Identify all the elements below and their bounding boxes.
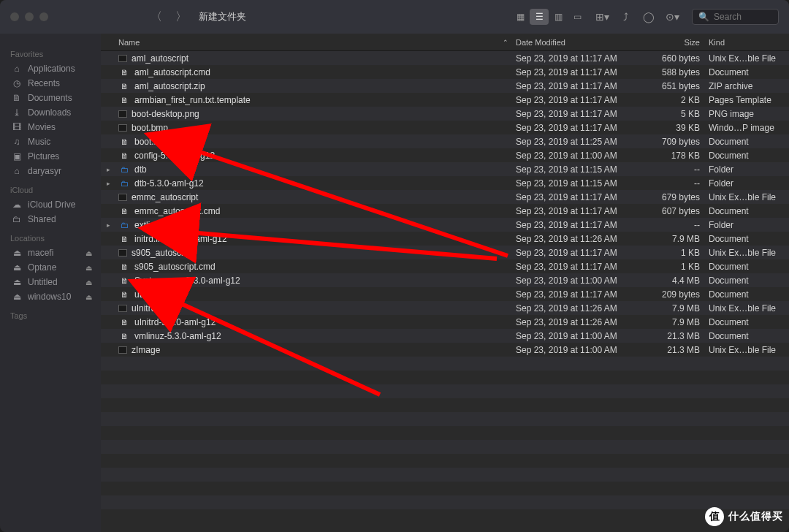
disclosure-icon[interactable]: ▸ bbox=[107, 180, 110, 187]
sidebar-item-downloads[interactable]: ⤓Downloads bbox=[9, 105, 101, 120]
fullscreen-dot[interactable] bbox=[39, 12, 48, 21]
file-row[interactable]: 🗎vmlinuz-5.3.0-aml-g12Sep 23, 2019 at 11… bbox=[101, 329, 789, 343]
file-date: Sep 23, 2019 at 11:17 AM bbox=[516, 220, 646, 230]
file-date: Sep 23, 2019 at 11:17 AM bbox=[516, 206, 646, 216]
sidebar-item-untitled[interactable]: ⏏Untitled⏏ bbox=[9, 275, 101, 289]
file-name: s905_autoscript.cmd bbox=[134, 262, 516, 272]
folder-icon: 🗀 bbox=[118, 221, 130, 229]
sidebar-item-movies[interactable]: 🎞Movies bbox=[9, 120, 101, 134]
file-kind: Document bbox=[709, 331, 789, 341]
file-date: Sep 23, 2019 at 11:00 AM bbox=[516, 276, 646, 286]
window-title: 新建文件夹 bbox=[199, 10, 246, 23]
file-row[interactable]: uInitrdSep 23, 2019 at 11:26 AM7.9 MBUni… bbox=[101, 301, 789, 315]
view-columns[interactable]: ▥ bbox=[549, 9, 568, 25]
forward-button[interactable]: 〉 bbox=[175, 10, 187, 25]
file-date: Sep 23, 2019 at 11:17 AM bbox=[516, 109, 646, 119]
sidebar-item-windows10[interactable]: ⏏windows10⏏ bbox=[9, 289, 101, 304]
file-row[interactable]: 🗎uEnv.iniSep 23, 2019 at 11:17 AM209 byt… bbox=[101, 287, 789, 301]
view-list[interactable]: ☰ bbox=[530, 9, 549, 25]
sidebar-item-optane[interactable]: ⏏Optane⏏ bbox=[9, 260, 101, 275]
col-name[interactable]: Name⌃ bbox=[118, 38, 516, 47]
file-size: 178 KB bbox=[646, 151, 709, 161]
file-size: 4.4 MB bbox=[646, 276, 709, 286]
watermark-badge: 值 bbox=[705, 507, 724, 526]
eject-icon[interactable]: ⏏ bbox=[85, 293, 92, 301]
empty-row bbox=[101, 370, 789, 384]
eject-icon[interactable]: ⏏ bbox=[85, 278, 92, 286]
sidebar-item-recents[interactable]: ◷Recents bbox=[9, 76, 101, 91]
sidebar-item-icloud-drive[interactable]: ☁iCloud Drive bbox=[9, 197, 101, 212]
col-size[interactable]: Size bbox=[646, 38, 709, 47]
back-button[interactable]: 〈 bbox=[150, 10, 162, 25]
file-row[interactable]: 🗎initrd.img-5.3.0-aml-g12Sep 23, 2019 at… bbox=[101, 232, 789, 246]
sidebar-icon: ☁ bbox=[12, 200, 22, 210]
file-row[interactable]: ▸🗀extlinuxSep 23, 2019 at 11:17 AM--Fold… bbox=[101, 218, 789, 232]
sidebar-item-daryasyr[interactable]: ⌂daryasyr bbox=[9, 164, 101, 178]
sidebar-item-macefi[interactable]: ⏏macefi⏏ bbox=[9, 246, 101, 260]
actions-button[interactable]: ⊙▾ bbox=[664, 9, 680, 25]
file-row[interactable]: ▸🗀dtbSep 23, 2019 at 11:15 AM--Folder bbox=[101, 162, 789, 176]
file-date: Sep 23, 2019 at 11:26 AM bbox=[516, 234, 646, 244]
col-date[interactable]: Date Modified bbox=[516, 38, 646, 47]
file-size: 7.9 MB bbox=[646, 234, 709, 244]
file-rows: aml_autoscriptSep 23, 2019 at 11:17 AM66… bbox=[101, 51, 789, 532]
disclosure-icon[interactable]: ▸ bbox=[107, 166, 110, 173]
file-row[interactable]: aml_autoscriptSep 23, 2019 at 11:17 AM66… bbox=[101, 51, 789, 65]
sidebar-item-applications[interactable]: ⌂Applications bbox=[9, 61, 101, 76]
file-date: Sep 23, 2019 at 11:17 AM bbox=[516, 192, 646, 202]
file-size: 39 KB bbox=[646, 123, 709, 133]
file-row[interactable]: boot-desktop.pngSep 23, 2019 at 11:17 AM… bbox=[101, 107, 789, 121]
file-row[interactable]: 🗎System.map-5.3.0-aml-g12Sep 23, 2019 at… bbox=[101, 273, 789, 287]
eject-icon[interactable]: ⏏ bbox=[85, 249, 92, 257]
sidebar-header: iCloud bbox=[10, 186, 101, 194]
file-name: zImage bbox=[132, 345, 516, 355]
file-row[interactable]: 🗎armbian_first_run.txt.templateSep 23, 2… bbox=[101, 93, 789, 107]
view-icons[interactable]: ▦ bbox=[511, 9, 530, 25]
sidebar-icon: ⤓ bbox=[12, 107, 22, 118]
sidebar-item-pictures[interactable]: ▣Pictures bbox=[9, 149, 101, 164]
file-row[interactable]: 🗎aml_autoscript.zipSep 23, 2019 at 11:17… bbox=[101, 79, 789, 93]
file-name: uEnv.ini bbox=[134, 289, 516, 300]
file-name: aml_autoscript bbox=[132, 53, 516, 64]
file-row[interactable]: 🗎config-5.3.0-aml-g12Sep 23, 2019 at 11:… bbox=[101, 148, 789, 162]
file-date: Sep 23, 2019 at 11:00 AM bbox=[516, 345, 646, 355]
file-kind: Document bbox=[709, 206, 789, 216]
document-icon: 🗎 bbox=[118, 290, 130, 299]
file-kind: Unix Ex…ble File bbox=[709, 53, 789, 64]
col-kind[interactable]: Kind bbox=[709, 38, 789, 47]
file-row[interactable]: ▸🗀dtb-5.3.0-aml-g12Sep 23, 2019 at 11:15… bbox=[101, 176, 789, 190]
arrange-button[interactable]: ⊞▾ bbox=[594, 9, 610, 25]
search-input[interactable] bbox=[714, 12, 772, 22]
disclosure-icon[interactable]: ▸ bbox=[107, 221, 110, 229]
sidebar-item-music[interactable]: ♫Music bbox=[9, 134, 101, 149]
file-name: s905_autoscript bbox=[132, 248, 516, 258]
file-row[interactable]: 🗎s905_autoscript.cmdSep 23, 2019 at 11:1… bbox=[101, 259, 789, 273]
file-row[interactable]: 🗎boot.iniSep 23, 2019 at 11:25 AM709 byt… bbox=[101, 134, 789, 148]
file-row[interactable]: emmc_autoscriptSep 23, 2019 at 11:17 AM6… bbox=[101, 190, 789, 204]
file-row[interactable]: zImageSep 23, 2019 at 11:00 AM21.3 MBUni… bbox=[101, 343, 789, 357]
tags-button[interactable]: ◯ bbox=[641, 9, 657, 25]
minimize-dot[interactable] bbox=[25, 12, 34, 21]
eject-icon[interactable]: ⏏ bbox=[85, 264, 92, 272]
share-button[interactable]: ⤴ bbox=[617, 9, 633, 25]
sidebar-item-shared[interactable]: 🗀Shared bbox=[9, 212, 101, 227]
sidebar-header: Locations bbox=[10, 234, 101, 243]
file-kind: Document bbox=[709, 151, 789, 161]
file-size: 21.3 MB bbox=[646, 345, 709, 355]
file-row[interactable]: boot.bmpSep 23, 2019 at 11:17 AM39 KBWin… bbox=[101, 121, 789, 134]
sidebar-item-documents[interactable]: 🗎Documents bbox=[9, 91, 101, 105]
sidebar-icon: ▣ bbox=[12, 151, 22, 162]
sidebar-label: Pictures bbox=[28, 151, 59, 162]
file-row[interactable]: 🗎uInitrd-5.3.0-aml-g12Sep 23, 2019 at 11… bbox=[101, 315, 789, 329]
close-dot[interactable] bbox=[10, 12, 19, 21]
file-kind: Folder bbox=[709, 178, 789, 189]
nav-buttons: 〈 〉 bbox=[150, 10, 187, 25]
file-row[interactable]: s905_autoscriptSep 23, 2019 at 11:17 AM1… bbox=[101, 246, 789, 259]
file-date: Sep 23, 2019 at 11:00 AM bbox=[516, 151, 646, 161]
file-name: System.map-5.3.0-aml-g12 bbox=[134, 276, 516, 286]
view-gallery[interactable]: ▭ bbox=[568, 9, 587, 25]
exec-icon bbox=[118, 110, 127, 118]
search-box[interactable]: 🔍 bbox=[692, 9, 779, 25]
file-row[interactable]: 🗎emmc_autoscript.cmdSep 23, 2019 at 11:1… bbox=[101, 204, 789, 218]
file-row[interactable]: 🗎aml_autoscript.cmdSep 23, 2019 at 11:17… bbox=[101, 65, 789, 79]
